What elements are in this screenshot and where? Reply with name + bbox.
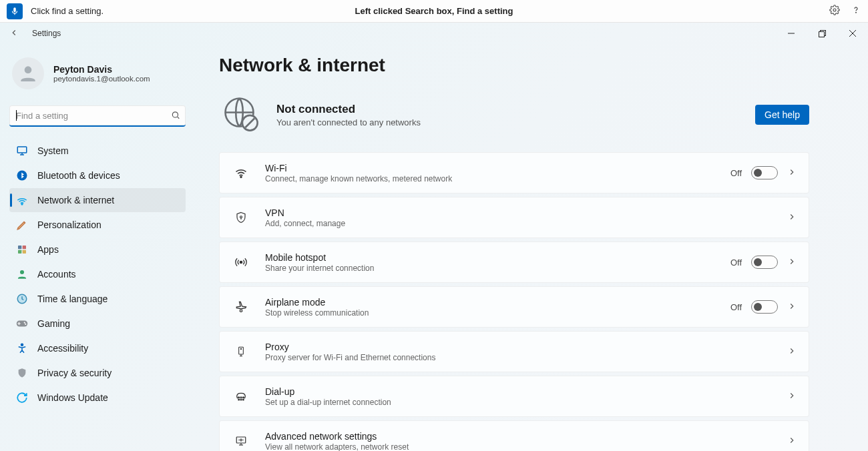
privacy-icon bbox=[16, 367, 28, 379]
sidebar-item-update[interactable]: Windows Update bbox=[9, 386, 186, 410]
mic-button[interactable] bbox=[7, 3, 23, 19]
sidebar-item-system[interactable]: System bbox=[9, 139, 186, 163]
sidebar-item-apps[interactable]: Apps bbox=[9, 238, 186, 262]
accounts-icon bbox=[16, 268, 28, 280]
svg-point-8 bbox=[172, 112, 178, 117]
card-title: Wi-Fi bbox=[265, 163, 452, 173]
card-sub: Share your internet connection bbox=[265, 264, 374, 273]
card-proxy[interactable]: Proxy Proxy server for Wi-Fi and Etherne… bbox=[219, 331, 809, 372]
accessibility-icon bbox=[16, 342, 28, 354]
card-dialup[interactable]: Dial-up Set up a dial-up internet connec… bbox=[219, 376, 809, 417]
sidebar-item-privacy[interactable]: Privacy & security bbox=[9, 361, 186, 385]
help-icon[interactable] bbox=[851, 5, 861, 17]
sidebar-item-label: Personalization bbox=[37, 219, 101, 230]
sidebar-item-label: Windows Update bbox=[37, 392, 108, 403]
svg-point-22 bbox=[24, 322, 25, 323]
card-advanced[interactable]: Advanced network settings View all netwo… bbox=[219, 420, 809, 451]
search-wrap bbox=[9, 105, 186, 127]
status-sub: You aren't connected to any networks bbox=[276, 117, 421, 127]
svg-point-29 bbox=[240, 216, 242, 218]
svg-line-9 bbox=[178, 117, 180, 119]
svg-point-40 bbox=[243, 399, 244, 400]
system-icon bbox=[16, 145, 28, 157]
card-title: Airplane mode bbox=[265, 297, 369, 308]
svg-point-1 bbox=[856, 12, 857, 13]
mic-icon bbox=[10, 7, 19, 16]
card-wifi[interactable]: Wi-Fi Connect, manage known networks, me… bbox=[219, 152, 809, 193]
svg-point-28 bbox=[240, 176, 242, 177]
card-vpn[interactable]: VPN Add, connect, manage bbox=[219, 197, 809, 238]
sidebar: Peyton Davis peytondavis.1@outlook.com S… bbox=[0, 44, 200, 451]
svg-point-7 bbox=[25, 66, 32, 73]
chevron-right-icon bbox=[787, 391, 797, 402]
card-sub: View all network adapters, network reset bbox=[265, 442, 409, 452]
sidebar-item-network[interactable]: Network & internet bbox=[9, 188, 186, 212]
chevron-right-icon bbox=[787, 257, 797, 268]
airplane-icon bbox=[233, 300, 249, 314]
svg-rect-10 bbox=[17, 147, 27, 153]
card-title: Advanced network settings bbox=[265, 431, 409, 442]
content: Network & internet Not connected You are… bbox=[200, 44, 868, 451]
profile-email: peytondavis.1@outlook.com bbox=[53, 75, 150, 83]
assist-bar: Click find a setting. Left clicked Searc… bbox=[0, 0, 868, 23]
status-title: Not connected bbox=[276, 103, 421, 116]
time-icon bbox=[16, 293, 28, 305]
get-help-button[interactable]: Get help bbox=[755, 105, 809, 125]
svg-point-0 bbox=[833, 9, 836, 11]
toggle-state: Off bbox=[730, 302, 742, 312]
chevron-right-icon bbox=[787, 302, 797, 313]
profile-block[interactable]: Peyton Davis peytondavis.1@outlook.com bbox=[9, 51, 186, 101]
sidebar-item-label: Time & language bbox=[37, 294, 107, 304]
close-button[interactable] bbox=[837, 23, 868, 44]
svg-rect-18 bbox=[23, 250, 26, 254]
card-sub: Set up a dial-up internet connection bbox=[265, 398, 391, 407]
toggle-state: Off bbox=[730, 258, 742, 268]
back-button[interactable] bbox=[9, 28, 25, 39]
chevron-right-icon bbox=[787, 436, 797, 447]
card-sub: Proxy server for Wi-Fi and Ethernet conn… bbox=[265, 353, 435, 362]
card-title: Dial-up bbox=[265, 386, 391, 397]
network-icon bbox=[16, 194, 28, 206]
app-title: Settings bbox=[32, 29, 61, 38]
svg-rect-17 bbox=[18, 250, 21, 254]
sidebar-item-accounts[interactable]: Accounts bbox=[9, 262, 186, 286]
maximize-button[interactable] bbox=[807, 23, 837, 44]
toggle-wifi[interactable] bbox=[751, 166, 778, 179]
sidebar-item-gaming[interactable]: Gaming bbox=[9, 312, 186, 336]
dialup-icon bbox=[233, 390, 249, 403]
card-sub: Connect, manage known networks, metered … bbox=[265, 174, 452, 183]
svg-rect-4 bbox=[819, 31, 824, 37]
card-sub: Stop wireless communication bbox=[265, 308, 369, 318]
sidebar-item-label: Apps bbox=[37, 244, 59, 255]
chevron-right-icon bbox=[787, 346, 797, 358]
assist-center-text: Left clicked Search box, Find a setting bbox=[355, 6, 513, 16]
svg-point-30 bbox=[240, 261, 242, 263]
svg-point-35 bbox=[238, 397, 240, 398]
card-hotspot[interactable]: Mobile hotspot Share your internet conne… bbox=[219, 242, 809, 283]
search-input[interactable] bbox=[9, 105, 186, 127]
card-title: VPN bbox=[265, 207, 345, 218]
svg-point-14 bbox=[21, 203, 23, 205]
card-airplane[interactable]: Airplane mode Stop wireless communicatio… bbox=[219, 286, 809, 328]
gaming-icon bbox=[16, 318, 28, 330]
toggle-state: Off bbox=[730, 168, 742, 178]
svg-point-34 bbox=[240, 348, 241, 349]
globe-disconnected-icon bbox=[223, 96, 260, 133]
advanced-icon bbox=[233, 435, 249, 447]
sidebar-item-accessibility[interactable]: Accessibility bbox=[9, 336, 186, 360]
sidebar-item-bluetooth[interactable]: Bluetooth & devices bbox=[9, 163, 186, 187]
toggle-airplane[interactable] bbox=[751, 300, 778, 314]
sidebar-item-personalization[interactable]: Personalization bbox=[9, 213, 186, 237]
connection-status: Not connected You aren't connected to an… bbox=[219, 92, 809, 152]
search-icon[interactable] bbox=[171, 111, 180, 122]
sidebar-item-label: System bbox=[37, 145, 69, 156]
assist-left-text: Click find a setting. bbox=[31, 6, 103, 16]
card-title: Mobile hotspot bbox=[265, 252, 374, 263]
chevron-right-icon bbox=[787, 212, 797, 223]
toggle-hotspot[interactable] bbox=[751, 256, 778, 269]
minimize-button[interactable] bbox=[776, 23, 807, 44]
card-sub: Add, connect, manage bbox=[265, 219, 345, 228]
sidebar-item-time[interactable]: Time & language bbox=[9, 287, 186, 311]
gear-icon[interactable] bbox=[829, 5, 840, 17]
sidebar-item-label: Accessibility bbox=[37, 343, 88, 354]
